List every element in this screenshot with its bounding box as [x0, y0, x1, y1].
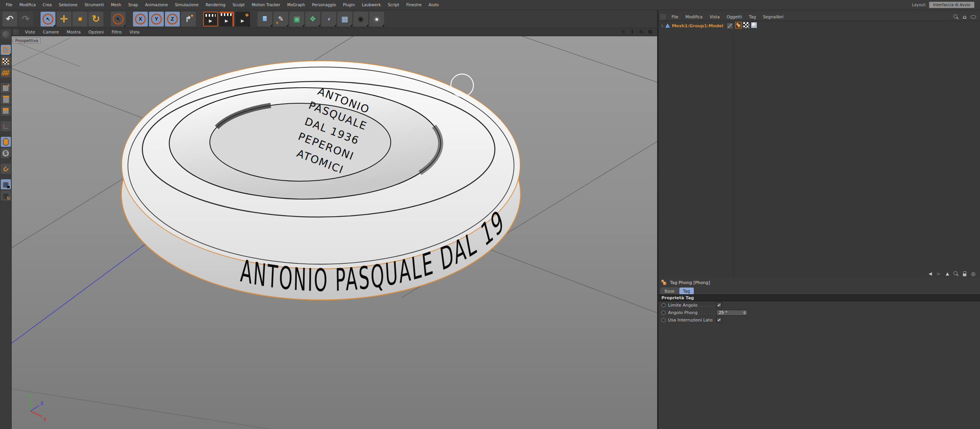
- edges-mode-button[interactable]: [1, 94, 11, 104]
- menu-item[interactable]: Animazione: [142, 3, 171, 7]
- attribute-tab[interactable]: Tag: [679, 288, 694, 294]
- object-manager-menu-item[interactable]: Modifica: [682, 14, 706, 19]
- coordinate-system-button[interactable]: [181, 12, 196, 26]
- viewport-menu-item[interactable]: Viste: [21, 30, 39, 34]
- points-mode-button[interactable]: [1, 83, 11, 93]
- menu-item[interactable]: Finestre: [403, 3, 425, 7]
- object-manager-menu-item[interactable]: Segnalibri: [759, 14, 787, 19]
- add-deformer-button[interactable]: [321, 12, 336, 26]
- workplane-mode-button[interactable]: [1, 67, 11, 78]
- menu-item[interactable]: Laubwerk: [358, 3, 385, 7]
- panel-grip-icon[interactable]: [660, 14, 666, 19]
- view-label[interactable]: Prospettiva: [13, 38, 40, 43]
- pan-icon[interactable]: [620, 29, 626, 35]
- render-view-button[interactable]: [203, 12, 218, 26]
- viewport-canvas[interactable]: ANTONIO PASQUALE DAL 1936 PEPERONI ATOMI…: [12, 36, 657, 429]
- attribute-tab[interactable]: Base: [661, 288, 679, 294]
- undo-button[interactable]: [2, 12, 17, 26]
- render-settings-button[interactable]: [235, 12, 250, 26]
- redo-button[interactable]: [18, 12, 33, 26]
- menu-item[interactable]: Strumenti: [81, 3, 108, 7]
- lock-x-button[interactable]: [133, 12, 148, 26]
- spinner-arrows-icon[interactable]: [743, 311, 746, 314]
- viewport-menu-item[interactable]: Mostra: [63, 30, 85, 34]
- menu-item[interactable]: Plugin: [339, 3, 358, 7]
- forward-icon[interactable]: [936, 271, 942, 277]
- menu-item[interactable]: Aiuto: [425, 3, 442, 7]
- last-tool-button[interactable]: [111, 12, 126, 26]
- menu-item[interactable]: Script: [385, 3, 403, 7]
- render-picture-viewer-button[interactable]: [219, 12, 234, 26]
- add-cube-button[interactable]: [257, 12, 272, 26]
- lock-z-button[interactable]: [165, 12, 180, 26]
- maximize-icon[interactable]: [647, 29, 653, 35]
- menu-item[interactable]: Snap: [125, 3, 142, 7]
- eye-icon[interactable]: [970, 14, 976, 20]
- viewport-menu-item[interactable]: Opzioni: [85, 30, 108, 34]
- viewport-menu-item[interactable]: Filtro: [108, 30, 126, 34]
- lock-icon[interactable]: [962, 271, 968, 277]
- uvw-tag[interactable]: [743, 22, 750, 28]
- model-mode-button[interactable]: [1, 45, 11, 55]
- menu-item[interactable]: File: [2, 3, 16, 7]
- snap-settings-button[interactable]: [1, 148, 11, 158]
- keyframe-dot-icon[interactable]: [661, 303, 666, 307]
- add-camera-button[interactable]: [353, 12, 368, 26]
- object-manager-menu-item[interactable]: Tag: [746, 14, 760, 19]
- keyframe-dot-icon[interactable]: [661, 311, 666, 315]
- layout-selector[interactable]: Interfaccia di Avvio: [929, 2, 975, 8]
- menu-item[interactable]: Simulazione: [171, 3, 202, 7]
- menu-item[interactable]: Rendering: [202, 3, 229, 7]
- live-selection-button[interactable]: [41, 12, 55, 26]
- menu-item[interactable]: Selezione: [55, 3, 81, 7]
- texture-tag[interactable]: [751, 22, 757, 28]
- keyframe-dot-icon[interactable]: [661, 318, 666, 322]
- tweak-mode-button[interactable]: [1, 137, 11, 147]
- search-icon[interactable]: [953, 14, 959, 20]
- angolo-phong-input[interactable]: 25 °: [716, 310, 748, 316]
- zoom-view-icon[interactable]: [629, 29, 635, 35]
- target-icon[interactable]: [970, 271, 976, 277]
- rotate-view-icon[interactable]: [638, 29, 644, 35]
- viewport-menu-item[interactable]: Camere: [39, 30, 63, 34]
- add-environment-button[interactable]: [337, 12, 352, 26]
- viewport-menu-item[interactable]: Vista: [126, 30, 144, 34]
- back-icon[interactable]: [927, 271, 933, 277]
- menu-item[interactable]: Modifica: [16, 3, 39, 7]
- object-name[interactable]: Mesh1:Group1:Model: [672, 23, 723, 28]
- lock-y-button[interactable]: [149, 12, 164, 26]
- enable-snap-button[interactable]: [1, 164, 11, 174]
- layer-swatch-icon[interactable]: [727, 23, 732, 28]
- texture-mode-button[interactable]: [1, 56, 11, 66]
- menu-item[interactable]: Crea: [39, 3, 55, 7]
- search-icon[interactable]: [953, 271, 959, 277]
- object-row[interactable]: Mesh1:Group1:Model: [659, 21, 980, 30]
- make-editable-button[interactable]: [1, 29, 11, 39]
- menu-item[interactable]: Personaggio: [308, 3, 339, 7]
- add-generator-button[interactable]: [289, 12, 304, 26]
- axis-mode-button[interactable]: [1, 121, 11, 131]
- home-icon[interactable]: [962, 14, 968, 20]
- up-icon[interactable]: [945, 271, 950, 277]
- disc-model[interactable]: ANTONIO PASQUALE DAL 1936 PEPERONI ATOMI…: [12, 36, 521, 300]
- move-button[interactable]: [57, 12, 71, 26]
- polygons-mode-button[interactable]: [1, 106, 11, 116]
- workplane-transform-button[interactable]: [1, 191, 11, 201]
- object-manager-menu-item[interactable]: Vista: [706, 14, 723, 19]
- menu-item[interactable]: Motion Tracker: [248, 3, 284, 7]
- add-mograph-button[interactable]: [305, 12, 320, 26]
- menu-item[interactable]: MoGraph: [284, 3, 308, 7]
- add-light-button[interactable]: [369, 12, 384, 26]
- panel-grip-icon[interactable]: [13, 29, 19, 35]
- rotate-button[interactable]: [89, 12, 103, 26]
- usa-interruzioni-lato-checkbox[interactable]: ✔: [716, 317, 722, 323]
- scale-button[interactable]: [73, 12, 87, 26]
- phong-tag[interactable]: [735, 22, 742, 28]
- object-manager-menu-item[interactable]: File: [668, 14, 682, 19]
- object-manager-menu-item[interactable]: Oggetti: [723, 14, 745, 19]
- limite-angolo-checkbox[interactable]: ✔: [716, 302, 722, 308]
- menu-item[interactable]: Mesh: [107, 3, 124, 7]
- lock-workplane-button[interactable]: [1, 179, 11, 189]
- menu-item[interactable]: Sculpt: [229, 3, 248, 7]
- add-spline-button[interactable]: [273, 12, 288, 26]
